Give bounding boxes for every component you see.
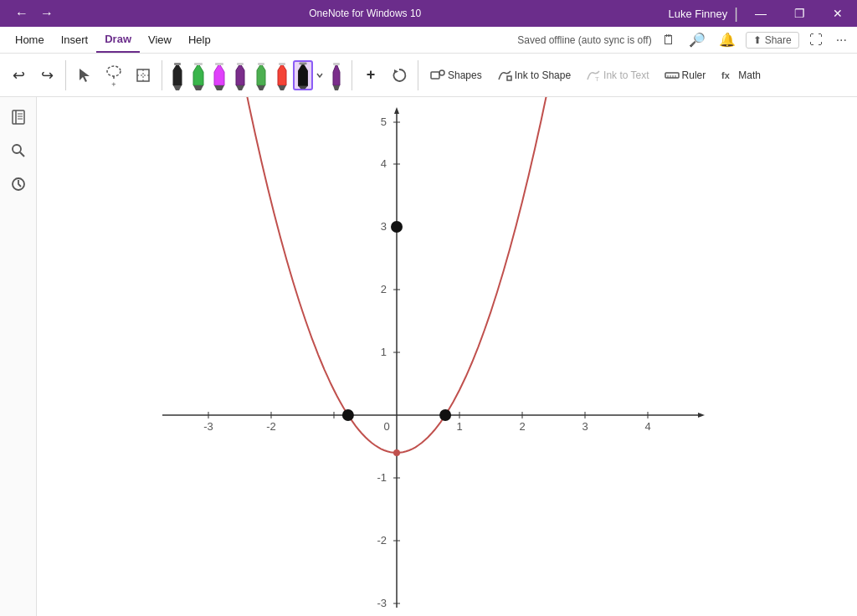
replay-icon: [391, 67, 408, 84]
graph-point-top: [391, 221, 403, 233]
pen-black-thick[interactable]: [293, 60, 313, 90]
pen-purple-thin[interactable]: [326, 60, 346, 90]
svg-marker-16: [278, 64, 286, 85]
pen-dropdown[interactable]: [314, 60, 326, 90]
svg-point-27: [439, 70, 444, 75]
svg-point-41: [13, 145, 21, 153]
svg-marker-7: [214, 64, 224, 85]
svg-marker-23: [333, 85, 340, 90]
xlabel: 1: [456, 420, 462, 433]
window-controls: — ❐ ✕: [742, 0, 857, 27]
xlabel-0: 0: [383, 420, 389, 433]
share-icon: ⬆: [753, 34, 762, 46]
sidebar-item-notebooks[interactable]: [5, 104, 32, 131]
menu-item-draw[interactable]: Draw: [96, 27, 140, 53]
pen-green-marker[interactable]: [251, 60, 271, 90]
svg-rect-12: [237, 63, 244, 65]
nav-buttons: ← →: [7, 6, 62, 21]
math-icon: fx: [721, 68, 736, 83]
ruler-label: Ruler: [682, 69, 706, 81]
svg-text:T: T: [595, 75, 599, 83]
svg-rect-3: [174, 63, 181, 65]
pen-green-highlight[interactable]: [188, 60, 208, 90]
graph-point-right: [439, 409, 451, 421]
graph-point-left: [342, 409, 354, 421]
svg-marker-22: [333, 64, 340, 85]
menu-right: Saved offline (auto sync is off) 🗒 🔎 🔔 ⬆…: [517, 27, 850, 53]
svg-marker-1: [173, 64, 182, 85]
math-label: Math: [738, 69, 761, 81]
titlebar: ← → OneNote for Windows 10 Luke Finney |…: [0, 0, 857, 27]
transform-button[interactable]: [130, 56, 157, 95]
separator-2: [162, 60, 162, 90]
add-pen-button[interactable]: +: [357, 56, 384, 95]
svg-point-0: [107, 66, 121, 76]
svg-rect-18: [279, 63, 285, 65]
menu-items: HomeInsertDrawViewHelp: [7, 27, 219, 53]
xlabel: -2: [266, 420, 276, 433]
ruler-button[interactable]: Ruler: [658, 60, 713, 90]
ylabel: 5: [381, 116, 387, 128]
svg-marker-25: [394, 69, 398, 74]
menu-item-help[interactable]: Help: [180, 27, 219, 53]
pen-purple-marker[interactable]: [230, 60, 250, 90]
canvas-area[interactable]: -3 -2 -1 0 1 2 3 4 1 2: [37, 97, 857, 616]
svg-rect-15: [258, 63, 264, 65]
search-icon[interactable]: 🔎: [685, 30, 709, 49]
minimize-button[interactable]: —: [742, 0, 780, 27]
shapes-button[interactable]: Shapes: [423, 60, 489, 90]
close-button[interactable]: ✕: [819, 0, 857, 27]
pen-red-marker[interactable]: [272, 60, 292, 90]
shapes-label: Shapes: [448, 69, 482, 81]
sidebar: [0, 97, 37, 616]
svg-marker-14: [257, 85, 265, 90]
svg-marker-13: [257, 64, 265, 85]
forward-button[interactable]: →: [35, 6, 59, 21]
restore-button[interactable]: ❐: [780, 0, 819, 27]
app-title: OneNote for Windows 10: [62, 8, 668, 19]
fullscreen-icon[interactable]: ⛶: [806, 31, 826, 49]
math-button[interactable]: fx Math: [714, 60, 767, 90]
graph-svg: -3 -2 -1 0 1 2 3 4 1 2: [37, 97, 857, 616]
redo-button[interactable]: ↪: [33, 56, 60, 95]
svg-rect-30: [665, 73, 679, 78]
pen-black[interactable]: [167, 60, 187, 90]
replay-button[interactable]: [386, 56, 413, 95]
select-button[interactable]: [71, 56, 98, 95]
sidebar-item-search[interactable]: [5, 137, 32, 164]
svg-rect-6: [194, 63, 203, 65]
xlabel: 4: [644, 420, 650, 433]
share-button[interactable]: ⬆ Share: [746, 32, 799, 49]
menu-item-home[interactable]: Home: [7, 27, 53, 53]
ink-to-shape-button[interactable]: Ink to Shape: [490, 60, 577, 90]
menubar: HomeInsertDrawViewHelp Saved offline (au…: [0, 27, 857, 54]
menu-item-view[interactable]: View: [140, 27, 180, 53]
notebook-icon[interactable]: 🗒: [659, 31, 679, 49]
toolbar: ↩ ↪ +: [0, 54, 857, 97]
undo-icon: ↩: [13, 66, 25, 85]
back-button[interactable]: ←: [10, 6, 33, 21]
lasso-button[interactable]: +: [100, 56, 128, 95]
ink-to-text-label: Ink to Text: [603, 69, 649, 81]
svg-line-42: [20, 152, 24, 157]
svg-marker-4: [193, 64, 203, 85]
bell-icon[interactable]: 🔔: [716, 30, 739, 49]
pen-pink-highlight[interactable]: [209, 60, 229, 90]
lasso-plus: +: [111, 80, 115, 89]
sidebar-item-recent[interactable]: [5, 171, 32, 198]
ink-to-text-button[interactable]: T Ink to Text: [579, 60, 655, 90]
xlabel: -3: [203, 420, 213, 433]
svg-rect-9: [215, 63, 223, 65]
svg-rect-28: [507, 76, 511, 80]
ylabel: 1: [381, 346, 387, 358]
menu-item-insert[interactable]: Insert: [53, 27, 97, 53]
svg-text:fx: fx: [721, 70, 731, 80]
ylabel: 3: [381, 220, 387, 233]
ylabel: 4: [381, 157, 387, 170]
svg-marker-10: [236, 64, 244, 85]
more-icon[interactable]: ···: [833, 31, 850, 49]
svg-marker-8: [214, 85, 224, 90]
separator-4: [418, 60, 418, 90]
separator-3: [352, 60, 352, 90]
undo-button[interactable]: ↩: [5, 56, 32, 95]
